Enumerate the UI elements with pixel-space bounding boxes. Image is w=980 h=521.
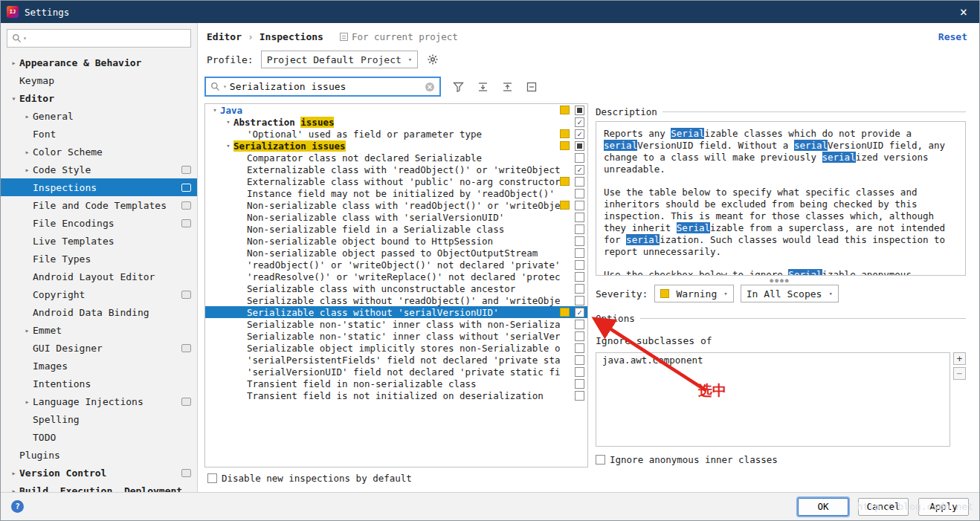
chevron-right-icon[interactable]: ▸ (8, 487, 19, 493)
inspection-row-non-serializable-class-with-readobject-or-writeo[interactable]: Non-serializable class with 'readObject(… (205, 199, 587, 211)
reset-link[interactable]: Reset (938, 31, 967, 42)
chevron-down-icon[interactable]: ▾ (8, 94, 19, 103)
sidebar-item-plugins[interactable]: Plugins (1, 446, 197, 464)
sidebar-item-keymap[interactable]: Keymap (1, 71, 197, 89)
inspection-row-non-serializable-object-passed-to-objectoutputst[interactable]: Non-serializable object passed to Object… (205, 247, 587, 259)
chevron-down-icon[interactable]: ▾ (223, 118, 233, 126)
inspection-search-field[interactable]: ▾ Serialization issues (204, 77, 441, 97)
sidebar-item-inspections[interactable]: Inspections (1, 178, 197, 196)
inspection-checkbox[interactable] (575, 284, 584, 294)
add-class-button[interactable]: + (953, 352, 966, 365)
inspection-row-non-serializable-class-with-serialversionuid[interactable]: Non-serializable class with 'serialVersi… (205, 211, 587, 223)
inspection-checkbox[interactable] (575, 153, 584, 163)
inspection-checkbox[interactable] (575, 141, 584, 151)
breadcrumb-item-editor[interactable]: Editor (207, 31, 242, 42)
inspection-row-serializable-non-static-inner-class-without-seri[interactable]: Serializable non-'static' inner class wi… (205, 330, 587, 342)
inspection-checkbox[interactable]: ✓ (575, 165, 584, 175)
inspection-row-serializable-object-implicitly-stores-non-serial[interactable]: Serializable object implicitly stores no… (205, 342, 587, 354)
collapse-node-button[interactable] (524, 80, 539, 94)
inspection-row-serializable-non-static-inner-class-with-non-ser[interactable]: Serializable non-'static' inner class wi… (205, 318, 587, 330)
inspection-checkbox[interactable] (575, 367, 584, 377)
inspection-checkbox[interactable]: ✓ (575, 129, 584, 139)
inspection-row-serialversionuid-field-not-declared-private-stat[interactable]: 'serialVersionUID' field not declared 'p… (205, 366, 587, 378)
sidebar-item-emmet[interactable]: ▸Emmet (1, 321, 197, 339)
inspection-checkbox[interactable] (575, 331, 584, 341)
inspection-checkbox[interactable] (575, 355, 584, 365)
sidebar-item-version-control[interactable]: ▸Version Control (1, 464, 197, 482)
inspection-row-serializable-class-with-unconstructable-ancestor[interactable]: Serializable class with unconstructable … (205, 282, 587, 294)
sidebar-item-color-scheme[interactable]: ▸Color Scheme (1, 143, 197, 161)
inspection-row-comparator-class-not-declared-serializable[interactable]: Comparator class not declared Serializab… (205, 152, 587, 164)
inspection-checkbox[interactable] (575, 260, 584, 270)
close-icon[interactable]: × (954, 4, 973, 20)
profile-gear-button[interactable] (425, 52, 440, 67)
profile-combobox[interactable]: Project Default Project ▾ (261, 51, 419, 68)
inspection-row-transient-field-in-non-serializable-class[interactable]: Transient field in non-serializable clas… (205, 378, 587, 389)
search-query[interactable]: Serialization issues (230, 81, 422, 92)
inspection-row-instance-field-may-not-be-initialized-by-readobj[interactable]: Instance field may not be initialized by… (205, 187, 587, 199)
sidebar-item-todo[interactable]: TODO (1, 428, 197, 446)
sidebar-item-spelling[interactable]: Spelling (1, 410, 197, 428)
sidebar-item-android-data-binding[interactable]: Android Data Binding (1, 303, 197, 321)
inspection-checkbox[interactable] (575, 296, 584, 305)
sidebar-item-file-encodings[interactable]: File Encodings (1, 214, 197, 232)
remove-class-button[interactable]: − (953, 367, 966, 380)
chevron-right-icon[interactable]: ▸ (22, 166, 33, 174)
inspection-checkbox[interactable] (575, 177, 584, 187)
inspection-row-serialpersistentfields-field-not-declared-privat[interactable]: 'serialPersistentFields' field not decla… (205, 354, 587, 366)
inspection-checkbox[interactable] (575, 391, 584, 401)
inspection-row-optional-used-as-field-or-parameter-type[interactable]: 'Optional' used as field or parameter ty… (205, 128, 587, 140)
sidebar-item-copyright[interactable]: Copyright (1, 285, 197, 303)
inspection-checkbox[interactable] (575, 224, 584, 234)
sidebar-item-font[interactable]: Font (1, 125, 197, 143)
sidebar-search-input[interactable]: ▾ (7, 29, 191, 48)
inspection-row-transient-field-is-not-initialized-on-deserializ[interactable]: Transient field is not initialized on de… (205, 389, 587, 401)
sidebar-item-code-style[interactable]: ▸Code Style (1, 161, 197, 178)
chevron-right-icon[interactable]: ▸ (22, 148, 33, 156)
disable-new-inspections-row[interactable]: Disable new inspections by default (207, 473, 979, 484)
inspection-row-externalizable-class-with-readobject-or-writeobj[interactable]: Externalizable class with 'readObject()'… (205, 164, 587, 175)
chevron-down-icon[interactable]: ▾ (223, 142, 233, 149)
inspection-row-abstraction-issues[interactable]: ▾Abstraction issues✓ (205, 116, 587, 128)
inspection-checkbox[interactable] (575, 343, 584, 353)
inspection-row-non-serializable-field-in-a-serializable-class[interactable]: Non-serializable field in a Serializable… (205, 223, 587, 235)
sidebar-item-gui-designer[interactable]: GUI Designer (1, 339, 197, 357)
inspection-checkbox[interactable] (575, 248, 584, 258)
inspection-checkbox[interactable] (575, 379, 584, 389)
chevron-right-icon[interactable]: ▸ (8, 469, 19, 477)
filter-button[interactable] (451, 80, 465, 94)
ignore-anonymous-checkbox-row[interactable]: Ignore anonymous inner classes (596, 454, 966, 465)
sidebar-item-file-and-code-templates[interactable]: File and Code Templates (1, 196, 197, 214)
inspection-row-readobject-or-writeobject-not-declared-private[interactable]: 'readObject()' or 'writeObject()' not de… (205, 259, 587, 271)
search-history-caret-icon[interactable]: ▾ (23, 35, 27, 42)
search-history-caret-icon[interactable]: ▾ (223, 83, 227, 90)
chevron-right-icon[interactable]: ▸ (22, 112, 33, 120)
splitter-handle[interactable]: ●●●● (593, 276, 967, 285)
chevron-right-icon[interactable]: ▸ (8, 59, 19, 67)
cancel-button[interactable]: Cancel (858, 498, 909, 516)
inspection-row-externalizable-class-without-public-no-arg-const[interactable]: Externalizable class without 'public' no… (205, 175, 587, 187)
inspection-row-serializable-class-without-serialversionuid[interactable]: Serializable class without 'serialVersio… (205, 306, 587, 318)
expand-all-button[interactable] (475, 80, 490, 94)
inspection-checkbox[interactable] (575, 272, 584, 282)
ignore-anonymous-checkbox[interactable] (596, 455, 605, 465)
disable-new-inspections-checkbox[interactable] (207, 473, 217, 483)
sidebar-item-general[interactable]: ▸General (1, 107, 197, 125)
inspection-row-java[interactable]: ▾Java (205, 104, 587, 116)
sidebar-item-appearance-behavior[interactable]: ▸Appearance & Behavior (1, 54, 197, 71)
ok-button[interactable]: OK (798, 498, 848, 516)
clear-search-icon[interactable] (425, 82, 435, 92)
sidebar-item-android-layout-editor[interactable]: Android Layout Editor (1, 268, 197, 285)
inspection-row-readresolve-or-writereplace-not-declared-protect[interactable]: 'readResolve()' or 'writeReplace()' not … (205, 271, 587, 282)
inspection-row-non-serializable-object-bound-to-httpsession[interactable]: Non-serializable object bound to HttpSes… (205, 235, 587, 247)
list-item[interactable]: java.awt.Component (596, 353, 950, 367)
apply-button[interactable]: Apply (918, 498, 969, 516)
inspection-row-serializable-class-without-readobject-and-writeo[interactable]: Serializable class without 'readObject()… (205, 294, 587, 306)
chevron-right-icon[interactable]: ▸ (22, 398, 33, 406)
inspection-checkbox[interactable]: ✓ (575, 308, 584, 317)
severity-combobox[interactable]: Warning ▾ (654, 285, 733, 302)
inspection-checkbox[interactable] (575, 201, 584, 210)
sidebar-item-file-types[interactable]: File Types (1, 250, 197, 268)
inspection-checkbox[interactable] (575, 320, 584, 329)
chevron-down-icon[interactable]: ▾ (210, 106, 220, 114)
